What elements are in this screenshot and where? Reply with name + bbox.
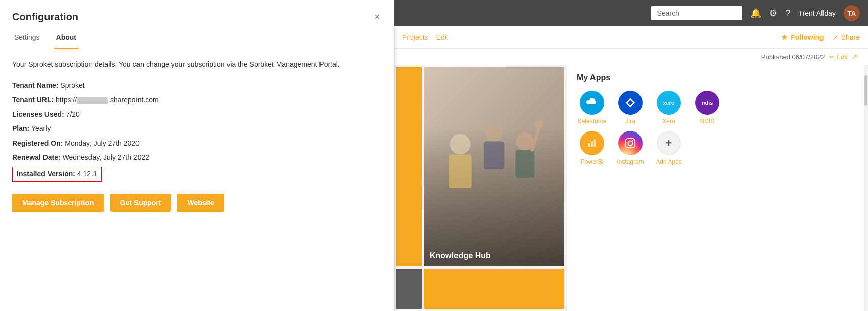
field-tenant-name: Tenant Name: Sproket [12, 80, 382, 91]
published-bar: Published 06/07/2022 ✏ Edit ↗ [394, 49, 868, 65]
following-label: Following [791, 33, 824, 41]
top-bar: 🔔 ⚙ ? Trent Allday TA [394, 0, 868, 26]
config-header: Configuration × [0, 0, 394, 23]
svg-rect-8 [588, 143, 590, 147]
config-tabs: Settings About [0, 23, 394, 49]
xero-label: Xero [662, 118, 675, 125]
bell-icon[interactable]: 🔔 [750, 8, 761, 19]
nav-edit[interactable]: Edit [436, 33, 448, 41]
powerbi-icon [580, 131, 604, 155]
svg-rect-9 [591, 141, 593, 147]
user-name: Trent Allday [799, 9, 836, 17]
nav-projects[interactable]: Projects [402, 33, 428, 41]
edit-label: Edit [837, 53, 848, 61]
instagram-icon [618, 131, 643, 155]
config-title: Configuration [12, 11, 78, 23]
field-registered-on: Registered On: Monday, July 27th 2020 [12, 138, 382, 149]
config-dialog: Configuration × Settings About Your Spro… [0, 0, 394, 311]
help-icon[interactable]: ? [786, 8, 791, 19]
salesforce-icon [580, 91, 604, 115]
grid-area: Knowledge Hub My Apps Salesforc [394, 65, 868, 311]
app-add[interactable]: + Add Apps [654, 131, 684, 165]
jira-icon [618, 91, 643, 115]
instagram-label: Instagram [617, 158, 644, 165]
add-apps-label: Add Apps [656, 158, 681, 165]
salesforce-label: Salesforce [578, 118, 607, 125]
blurred-url [77, 97, 108, 104]
field-tenant-url: Tenant URL: https:// .sharepoint.com [12, 94, 382, 105]
field-plan: Plan: Yearly [12, 123, 382, 134]
get-support-button[interactable]: Get Support [110, 194, 171, 212]
following-button[interactable]: ★ Following [781, 33, 824, 41]
field-renewal-date: Renewal Date: Wednesday, July 27th 2022 [12, 152, 382, 163]
description-text: Your Sproket subscription details. You c… [12, 59, 382, 70]
settings-icon[interactable]: ⚙ [769, 8, 778, 19]
grid-main-image: Knowledge Hub [424, 67, 564, 266]
svg-rect-10 [594, 140, 596, 147]
image-grid: Knowledge Hub [394, 65, 566, 311]
field-installed-version: Installed Version: 4.12.1 [12, 166, 382, 181]
svg-rect-11 [626, 139, 635, 148]
add-apps-icon: + [657, 131, 681, 155]
website-button[interactable]: Website [177, 194, 224, 212]
svg-point-12 [628, 141, 632, 145]
share-button[interactable]: ↗ Share [832, 33, 860, 41]
my-apps-title: My Apps [577, 73, 854, 82]
scrollbar[interactable] [864, 65, 868, 311]
app-salesforce[interactable]: Salesforce [577, 91, 607, 125]
xero-icon: xero [657, 91, 681, 115]
field-licenses: Licenses Used: 7/20 [12, 109, 382, 120]
app-powerbi[interactable]: PowerBi [577, 131, 607, 165]
config-content: Your Sproket subscription details. You c… [0, 49, 394, 311]
powerbi-label: PowerBi [581, 158, 604, 165]
version-highlight: Installed Version: 4.12.1 [12, 167, 102, 181]
svg-rect-1 [449, 155, 471, 189]
ndis-icon: ndis [695, 91, 719, 115]
close-button[interactable]: × [372, 10, 382, 23]
nav-left: Projects Edit [402, 33, 448, 41]
ndis-label: NDIS [700, 118, 715, 125]
search-input[interactable] [651, 6, 742, 20]
right-panel: 🔔 ⚙ ? Trent Allday TA Projects Edit ★ Fo… [394, 0, 868, 311]
grid-orange-left [396, 67, 422, 266]
star-icon: ★ [781, 33, 788, 41]
expand-icon[interactable]: ↗ [852, 53, 858, 61]
jira-label: Jira [625, 118, 635, 125]
svg-point-2 [485, 125, 502, 142]
info-rows: Tenant Name: Sproket Tenant URL: https:/… [12, 80, 382, 182]
svg-point-7 [534, 120, 543, 129]
tab-settings[interactable]: Settings [12, 29, 42, 49]
image-label: Knowledge Hub [430, 251, 491, 260]
app-instagram[interactable]: Instagram [615, 131, 646, 165]
content-area: Published 06/07/2022 ✏ Edit ↗ [394, 49, 868, 311]
scrollbar-thumb [864, 75, 867, 106]
pencil-icon: ✏ [829, 53, 835, 61]
share-label: Share [841, 33, 860, 41]
manage-subscription-button[interactable]: Manage Subscription [12, 194, 104, 212]
svg-point-0 [450, 134, 470, 154]
svg-rect-3 [484, 142, 504, 170]
avatar[interactable]: TA [844, 5, 860, 21]
svg-point-13 [632, 140, 634, 142]
app-jira[interactable]: Jira [615, 91, 646, 125]
action-buttons: Manage Subscription Get Support Website [12, 194, 382, 212]
svg-rect-5 [515, 150, 534, 179]
app-ndis[interactable]: ndis NDIS [692, 91, 722, 125]
app-xero[interactable]: xero Xero [654, 91, 684, 125]
avatar-initials: TA [848, 10, 856, 17]
tab-about[interactable]: About [54, 29, 78, 49]
right-sidebar: My Apps Salesforce [566, 65, 864, 311]
grid-bottom-orange [424, 269, 564, 309]
apps-grid: Salesforce Jira xero Xero [577, 91, 854, 165]
share-icon: ↗ [832, 33, 838, 41]
published-date: Published 06/07/2022 [761, 53, 825, 61]
top-bar-icons: 🔔 ⚙ ? Trent Allday TA [750, 5, 860, 21]
nav-right: ★ Following ↗ Share [781, 33, 860, 41]
nav-bar: Projects Edit ★ Following ↗ Share [394, 26, 868, 49]
grid-bottom-left [396, 269, 422, 309]
main-content: Published 06/07/2022 ✏ Edit ↗ [394, 49, 868, 311]
edit-link[interactable]: ✏ Edit [829, 53, 848, 61]
